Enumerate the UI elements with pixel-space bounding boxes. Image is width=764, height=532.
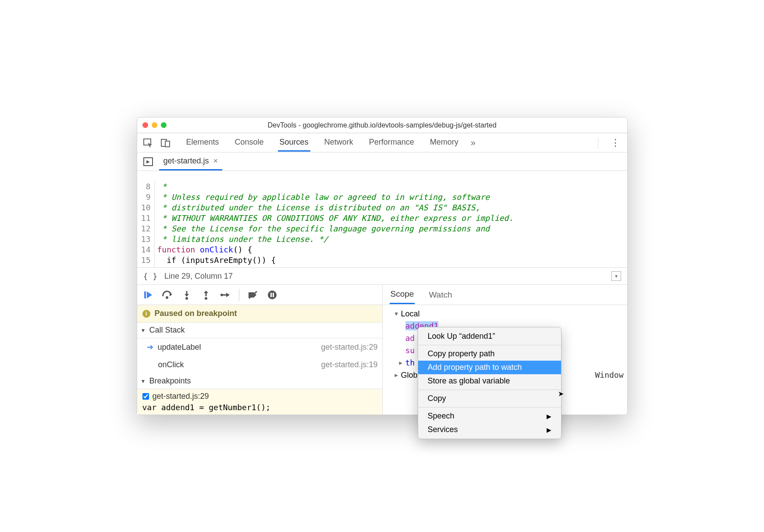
statusbar-dropdown-icon[interactable]: ▾ bbox=[611, 271, 621, 281]
cursor-position: Line 29, Column 17 bbox=[164, 272, 233, 281]
mouse-cursor-icon: ➤ bbox=[558, 390, 564, 398]
svg-point-8 bbox=[205, 297, 207, 300]
panel-tabbar: Elements Console Sources Network Perform… bbox=[137, 133, 627, 153]
svg-point-13 bbox=[268, 291, 277, 299]
frame-name: onClick bbox=[158, 360, 184, 369]
global-value: Window bbox=[595, 369, 623, 381]
scope-local-header[interactable]: ▼Local bbox=[386, 308, 624, 320]
file-tabbar: ▶ get-started.js × bbox=[137, 153, 627, 171]
tab-memory[interactable]: Memory bbox=[428, 134, 460, 152]
variable-name: ad bbox=[405, 332, 415, 344]
menu-speech[interactable]: Speech▶ bbox=[418, 409, 561, 423]
breakpoint-code: var addend1 = getNumber1(); bbox=[142, 403, 377, 412]
variable-name: th bbox=[405, 357, 415, 369]
debugger-panes: i Paused on breakpoint ▼ Call Stack ➔ up… bbox=[137, 285, 627, 415]
paused-banner-text: Paused on breakpoint bbox=[155, 309, 237, 318]
breakpoint-label: get-started.js:29 bbox=[153, 392, 209, 401]
menu-services[interactable]: Services▶ bbox=[418, 423, 561, 436]
panel-tabs: Elements Console Sources Network Perform… bbox=[185, 134, 460, 152]
scope-watch-tabs: Scope Watch bbox=[383, 285, 627, 305]
tab-network[interactable]: Network bbox=[323, 134, 355, 152]
breakpoints-header[interactable]: ▼ Breakpoints bbox=[137, 373, 382, 389]
debugger-right-pane: Scope Watch ▼Local addend1 ad su ▶th ▶Gl… bbox=[383, 285, 627, 415]
submenu-arrow-icon: ▶ bbox=[547, 426, 551, 433]
callstack-header[interactable]: ▼ Call Stack bbox=[137, 323, 382, 338]
resume-icon[interactable] bbox=[142, 289, 154, 301]
svg-rect-3 bbox=[144, 291, 146, 298]
menu-store-as-global[interactable]: Store as global variable bbox=[418, 374, 561, 388]
callstack-title: Call Stack bbox=[149, 326, 185, 335]
pretty-print-icon[interactable]: { } bbox=[143, 272, 158, 281]
tab-elements[interactable]: Elements bbox=[185, 134, 221, 152]
code-editor[interactable]: 8 * 9 * Unless required by applicable la… bbox=[137, 171, 627, 267]
show-navigator-icon[interactable]: ▶ bbox=[143, 157, 153, 166]
svg-point-4 bbox=[166, 296, 168, 299]
disclosure-triangle-icon: ▼ bbox=[141, 378, 146, 384]
menu-lookup[interactable]: Look Up “addend1” bbox=[418, 330, 561, 343]
svg-rect-15 bbox=[273, 293, 274, 297]
close-tab-icon[interactable]: × bbox=[213, 156, 218, 166]
disclosure-triangle-icon: ▶ bbox=[395, 369, 401, 381]
device-toolbar-icon[interactable] bbox=[158, 136, 173, 149]
debugger-left-pane: i Paused on breakpoint ▼ Call Stack ➔ up… bbox=[137, 285, 383, 415]
frame-name: updateLabel bbox=[158, 343, 201, 352]
info-icon: i bbox=[142, 310, 150, 318]
settings-kebab-icon[interactable]: ⋮ bbox=[607, 137, 624, 149]
disclosure-triangle-icon: ▶ bbox=[399, 357, 405, 369]
tab-sources[interactable]: Sources bbox=[278, 134, 310, 152]
file-tab-label: get-started.js bbox=[163, 156, 209, 166]
menu-add-to-watch[interactable]: Add property path to watch bbox=[418, 361, 561, 374]
variable-name: su bbox=[405, 344, 415, 357]
submenu-arrow-icon: ▶ bbox=[547, 413, 551, 420]
menu-copy-property-path[interactable]: Copy property path bbox=[418, 347, 561, 361]
current-frame-arrow-icon: ➔ bbox=[147, 342, 153, 352]
tab-scope[interactable]: Scope bbox=[390, 285, 415, 304]
debugger-toolbar bbox=[137, 285, 382, 305]
menu-copy[interactable]: Copy bbox=[418, 392, 561, 405]
context-menu: Look Up “addend1” Copy property path Add… bbox=[418, 327, 561, 439]
paused-banner: i Paused on breakpoint bbox=[137, 305, 382, 323]
devtools-window: DevTools - googlechrome.github.io/devtoo… bbox=[137, 117, 628, 415]
svg-rect-14 bbox=[270, 293, 272, 297]
disclosure-triangle-icon: ▼ bbox=[395, 308, 401, 320]
svg-rect-2 bbox=[165, 141, 170, 147]
callstack-frame[interactable]: onClick get-started.js:19 bbox=[137, 356, 382, 373]
callstack-frame[interactable]: ➔ updateLabel get-started.js:29 bbox=[137, 338, 382, 356]
editor-statusbar: { } Line 29, Column 17 ▾ bbox=[137, 267, 627, 285]
step-out-icon[interactable] bbox=[200, 289, 212, 301]
tab-console[interactable]: Console bbox=[233, 134, 266, 152]
pause-on-exceptions-icon[interactable] bbox=[267, 289, 278, 301]
file-tab[interactable]: get-started.js × bbox=[159, 153, 223, 170]
titlebar: DevTools - googlechrome.github.io/devtoo… bbox=[137, 117, 627, 133]
more-tabs-icon[interactable]: » bbox=[471, 138, 476, 148]
tab-watch[interactable]: Watch bbox=[428, 286, 453, 304]
breakpoint-item[interactable]: get-started.js:29 var addend1 = getNumbe… bbox=[137, 389, 382, 415]
step-icon[interactable] bbox=[220, 289, 231, 301]
tab-performance[interactable]: Performance bbox=[367, 134, 416, 152]
disclosure-triangle-icon: ▼ bbox=[141, 327, 146, 333]
frame-location: get-started.js:29 bbox=[321, 343, 377, 352]
step-over-icon[interactable] bbox=[162, 289, 173, 301]
frame-location: get-started.js:19 bbox=[321, 360, 377, 369]
window-title: DevTools - googlechrome.github.io/devtoo… bbox=[137, 121, 627, 129]
svg-point-10 bbox=[220, 294, 223, 296]
breakpoints-title: Breakpoints bbox=[149, 376, 191, 386]
step-into-icon[interactable] bbox=[181, 289, 192, 301]
svg-point-6 bbox=[185, 297, 188, 300]
deactivate-breakpoints-icon[interactable] bbox=[247, 289, 259, 301]
breakpoint-checkbox[interactable] bbox=[142, 393, 149, 400]
inspect-element-icon[interactable] bbox=[141, 136, 156, 149]
